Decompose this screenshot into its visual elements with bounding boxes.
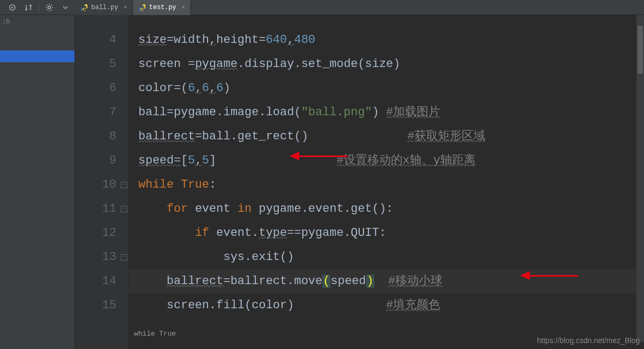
line-number: 7	[75, 100, 128, 124]
svg-point-1	[12, 6, 13, 8]
scrollbar-thumb[interactable]	[638, 26, 643, 74]
code-line[interactable]: screen.fill(color) #填充颜色	[129, 293, 644, 317]
gear-icon[interactable]	[45, 3, 54, 12]
fold-icon[interactable]: −	[121, 182, 127, 188]
line-number: 11−	[75, 197, 128, 221]
annotation-arrow	[520, 271, 578, 280]
python-file-icon	[138, 4, 146, 11]
code-editor[interactable]: 4 5 6 7 8 9 10− 11− 12 13− 14 15 size=wi…	[75, 15, 644, 349]
line-number: 4	[75, 28, 128, 52]
code-area[interactable]: size=width,height=640,480 screen =pygame…	[129, 15, 644, 349]
editor-tabs: ball.py × test.py ×	[75, 0, 191, 15]
target-icon[interactable]	[8, 3, 17, 12]
vertical-scrollbar[interactable]	[636, 15, 644, 342]
code-line[interactable]: while True:	[129, 173, 644, 197]
close-icon[interactable]: ×	[181, 4, 185, 11]
code-line[interactable]: for event in pygame.event.get():	[129, 197, 644, 221]
code-line[interactable]: color=(6,6,6)	[129, 76, 644, 100]
line-number: 6	[75, 76, 128, 100]
chevron-down-icon[interactable]	[61, 3, 70, 12]
line-number: 5	[75, 52, 128, 76]
code-line[interactable]: ball=pygame.image.load("ball.png") #加载图片	[129, 100, 644, 124]
fold-icon[interactable]: −	[121, 206, 127, 212]
code-line[interactable]: speed=[5,5] #设置移动的x轴、y轴距离	[129, 148, 644, 173]
line-number: 14	[75, 269, 128, 293]
separator	[39, 3, 39, 12]
sort-icon[interactable]	[24, 3, 33, 12]
tab-test-py[interactable]: test.py ×	[133, 0, 191, 15]
sidebar-selection[interactable]	[0, 50, 75, 62]
breadcrumb[interactable]: while True	[75, 330, 176, 343]
python-file-icon	[80, 4, 88, 11]
line-number: 12	[75, 221, 128, 245]
code-line[interactable]: screen =pygame.display.set_mode(size)	[129, 52, 644, 76]
line-number: 9	[75, 148, 128, 173]
line-gutter: 4 5 6 7 8 9 10− 11− 12 13− 14 15	[75, 15, 129, 349]
annotation-arrow	[290, 152, 347, 160]
watermark: https://blog.csdn.net/mez_Blog	[537, 336, 640, 345]
code-line[interactable]: sys.exit()	[129, 245, 644, 269]
code-line[interactable]: if event.type==pygame.QUIT:	[129, 221, 644, 245]
fold-icon[interactable]: −	[121, 254, 127, 261]
line-number: 8	[75, 124, 128, 148]
tab-label: ball.py	[91, 4, 118, 11]
sidebar-text: :h	[0, 15, 75, 29]
project-sidebar[interactable]: :h	[0, 15, 75, 349]
line-number: 13−	[75, 245, 128, 269]
tab-ball-py[interactable]: ball.py ×	[75, 0, 133, 15]
line-number: 10−	[75, 173, 128, 197]
svg-point-2	[48, 6, 51, 9]
code-line[interactable]: size=width,height=640,480	[129, 28, 644, 52]
tab-label: test.py	[149, 4, 176, 11]
code-line[interactable]: ballrect=ball.get_rect() #获取矩形区域	[129, 124, 644, 148]
close-icon[interactable]: ×	[123, 4, 127, 11]
line-number: 15	[75, 293, 128, 317]
